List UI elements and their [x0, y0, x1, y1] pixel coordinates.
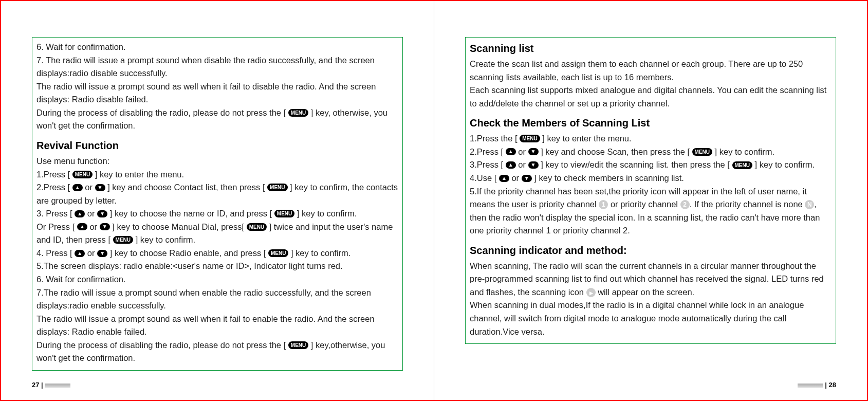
page-number: 27 [32, 381, 39, 389]
menu-key-icon [72, 171, 93, 178]
text: The radio will issue a prompt sound as w… [36, 314, 375, 337]
text: ] key to enter the menu. [540, 134, 632, 143]
text: or [85, 248, 97, 258]
menu-key-icon [520, 135, 540, 142]
menu-key-icon [288, 109, 308, 117]
text: ] key to choose Radio enable, and press … [107, 248, 268, 258]
text: 2.Press [ [36, 183, 72, 192]
text: will appear on the screen. [596, 287, 695, 297]
text: or [516, 147, 528, 156]
page-number-right: | 28 [796, 381, 836, 389]
menu-key-icon [692, 148, 712, 156]
up-arrow-icon [75, 250, 85, 257]
text: 4.Use [ [470, 173, 499, 183]
text: ] key to confirm. [712, 147, 774, 156]
down-arrow-icon [528, 148, 539, 155]
heading-scanning-indicator: Scanning indicator and method: [470, 243, 627, 259]
text: ] key to confirm. [752, 160, 815, 169]
text: 1.Press [ [36, 170, 72, 179]
text: ] key and choose Scan, then press the [ [539, 147, 692, 156]
text: Use menu function: [36, 156, 109, 166]
down-arrow-icon [97, 210, 107, 217]
text: 7.The radio will issue a prompt sound wh… [36, 288, 371, 311]
menu-key-icon [247, 223, 267, 231]
page-bar-icon [798, 384, 823, 388]
up-arrow-icon [506, 148, 516, 155]
right-page: Scanning list Create the scan list and a… [434, 1, 867, 400]
text: ] key to confirm. [288, 248, 350, 258]
text: ] key to check members in scanning list. [532, 173, 684, 183]
text: 7. The radio will issue a prompt sound w… [36, 56, 375, 78]
heading-revival-function: Revival Function [36, 138, 119, 154]
down-arrow-icon [95, 184, 105, 191]
text: or [85, 209, 97, 218]
menu-key-icon [288, 341, 308, 349]
page-number: 28 [829, 381, 836, 389]
text: ] key to view/edit the scanning list. th… [539, 160, 732, 169]
left-page: 6. Wait for confirmation. 7. The radio w… [1, 1, 434, 400]
text: During the process of disabling the radi… [36, 108, 288, 117]
down-arrow-icon [100, 223, 110, 230]
text: 4. Press [ [36, 248, 75, 258]
text: 3. Press [ [36, 209, 75, 218]
text: ] key to choose Manual Dial, press[ [110, 222, 247, 231]
text: When scanning in dual modes,If the radio… [470, 300, 804, 336]
text: or [87, 222, 100, 231]
down-arrow-icon [522, 175, 532, 182]
up-arrow-icon [499, 175, 509, 182]
text: or priority channel [608, 199, 680, 209]
text: 2.Press [ [470, 147, 506, 156]
text: 3.Press [ [470, 160, 506, 169]
page-bar-icon [45, 384, 70, 388]
heading-scanning-list: Scanning list [470, 41, 533, 57]
text: ] key to confirm. [133, 235, 195, 244]
menu-key-icon [268, 249, 288, 257]
menu-key-icon [274, 210, 294, 217]
right-content: Scanning list Create the scan list and a… [465, 37, 836, 344]
up-arrow-icon [506, 161, 516, 169]
heading-check-members: Check the Members of Scanning List [470, 115, 650, 131]
text: or [83, 183, 95, 192]
menu-key-icon [113, 236, 133, 244]
menu-key-icon [732, 161, 752, 169]
text: . If the priority channel is none [690, 199, 805, 209]
scan-play-icon [586, 288, 596, 297]
text: 5.The screen displays: radio enable:<use… [36, 261, 343, 270]
up-arrow-icon [72, 184, 83, 191]
page-number-left: 27 | [32, 381, 72, 389]
text: ] key and choose Contact list, then pres… [105, 183, 268, 192]
down-arrow-icon [97, 250, 107, 257]
text: During the process of disabling the radi… [36, 340, 288, 350]
text: Or Press [ [36, 222, 77, 231]
priority-1-icon: 1 [599, 200, 608, 209]
priority-none-icon: N [805, 200, 814, 209]
down-arrow-icon [528, 161, 539, 169]
text: Create the scan list and assign them to … [470, 59, 803, 82]
text: 6. Wait for confirmation. [36, 275, 126, 284]
left-content: 6. Wait for confirmation. 7. The radio w… [32, 37, 403, 371]
up-arrow-icon [77, 223, 87, 230]
text: 6. Wait for confirmation. [36, 42, 126, 51]
text: ] key to choose the name or ID, and pres… [107, 209, 274, 218]
text: Each scanning list supports mixed analog… [470, 85, 826, 108]
menu-key-icon [267, 184, 287, 191]
up-arrow-icon [75, 210, 85, 217]
priority-2-icon: 2 [680, 200, 690, 209]
text: ] key to confirm. [294, 209, 357, 218]
manual-spread: 6. Wait for confirmation. 7. The radio w… [0, 0, 868, 401]
text: The radio will issue a prompt sound as w… [36, 82, 376, 104]
text: 1.Press the [ [470, 134, 520, 143]
text: ] key to enter the menu. [93, 170, 184, 179]
text: or [516, 160, 528, 169]
text: or [509, 173, 522, 183]
